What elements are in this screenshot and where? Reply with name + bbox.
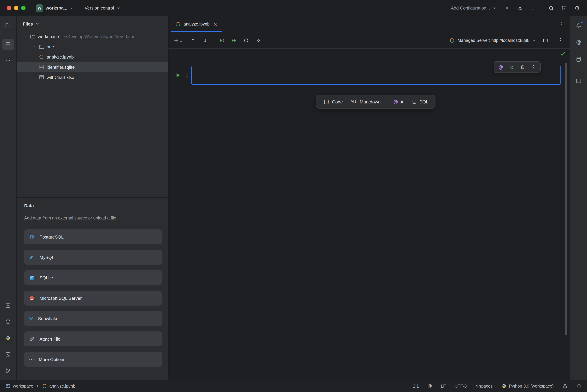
more-actions-button[interactable]: ⋮ <box>527 2 539 14</box>
bread​crumb-file[interactable]: analyze.ipynb <box>49 384 76 388</box>
tree-row-xlsx[interactable]: withChart.xlsx <box>17 72 168 82</box>
divider <box>387 99 387 105</box>
managed-server-selector[interactable]: Managed Server: http://localhost:8888 <box>449 38 536 43</box>
search-everywhere-button[interactable] <box>545 2 557 14</box>
debug-button[interactable] <box>514 2 526 14</box>
move-cell-up-button[interactable]: ↑ <box>188 35 199 46</box>
run-cell-button[interactable] <box>216 35 227 46</box>
breadcrumb-root[interactable]: workspace <box>13 384 33 388</box>
play-icon <box>504 6 509 10</box>
arrow-down-icon: ↓ <box>203 38 207 43</box>
add-markdown-cell-button[interactable]: M↓ Markdown <box>347 97 384 106</box>
inspections-widget[interactable] <box>576 384 581 388</box>
toolwindow-data-button[interactable] <box>2 39 14 50</box>
notebook-canvas: @ ⋮ 1 { } Code <box>169 49 570 380</box>
kebab-icon: ⋮ <box>531 64 536 70</box>
vcs-widget[interactable]: Version control <box>81 2 124 14</box>
move-cell-down-button[interactable]: ↓ <box>200 35 211 46</box>
toolwindow-jupyter-button[interactable] <box>2 316 14 327</box>
files-panel-title: Files <box>23 21 33 26</box>
button-label: MySQL <box>40 255 54 260</box>
tab-analyze-ipynb[interactable]: analyze.ipynb × <box>171 16 222 32</box>
add-snowflake-button[interactable]: ❄ Snowflake <box>24 311 162 326</box>
interpreter-label: Python 3.9 (workspace) <box>509 384 554 388</box>
statusbar: workspace analyze.ipynb 2:1 @ LF UTF-8 4… <box>0 380 587 392</box>
add-code-cell-button[interactable]: { } Code <box>320 97 346 106</box>
folder-icon <box>5 22 11 28</box>
toolwindow-services-button[interactable] <box>2 300 14 311</box>
files-panel-header[interactable]: Files <box>17 16 168 31</box>
plus-icon <box>174 38 179 43</box>
zoom-window-button[interactable] <box>21 6 26 10</box>
statusbar-widgets: 2:1 @ LF UTF-8 4 spaces Python 3.9 (work… <box>413 384 582 388</box>
run-all-cells-button[interactable] <box>228 35 239 46</box>
database-icon <box>39 64 44 70</box>
toolwindow-ai-assistant-button[interactable]: @ <box>573 36 584 48</box>
more-options-button[interactable]: ⋯ More Options <box>24 352 162 367</box>
toolwindow-files-button[interactable] <box>2 19 14 30</box>
close-tab-icon[interactable]: × <box>213 22 217 26</box>
run-cell-gutter-button[interactable] <box>175 72 181 78</box>
mysql-icon <box>29 254 35 260</box>
sqlite-icon <box>29 275 35 280</box>
terminal-icon <box>5 351 11 357</box>
tree-row-sqlite[interactable]: identifier.sqlite <box>17 62 168 72</box>
notebook-toolbar: ↑ ↓ Managed Server: http://localhost:888… <box>169 32 570 49</box>
tab-list-menu-button[interactable]: ⋮ <box>559 22 564 27</box>
project-selector[interactable]: W workspa... <box>32 2 77 14</box>
cell-line-number: 1 <box>181 73 188 78</box>
editor-scrollbar[interactable] <box>565 63 567 335</box>
edit-button[interactable] <box>558 2 570 14</box>
add-ai-cell-button[interactable]: @ AI <box>390 97 408 106</box>
editor-tabbar: analyze.ipynb × ⋮ <box>169 16 570 32</box>
clear-outputs-button[interactable] <box>253 35 264 46</box>
minimize-window-button[interactable] <box>14 6 19 10</box>
ai-status-icon[interactable]: @ <box>428 384 432 388</box>
tree-row-one[interactable]: one <box>17 42 168 52</box>
toolwindow-database-button[interactable] <box>573 54 584 65</box>
add-postgresql-button[interactable]: PostgreSQL <box>24 229 162 244</box>
settings-button[interactable]: ⚙ <box>571 2 583 14</box>
delete-cell-button[interactable] <box>518 62 527 72</box>
open-in-browser-button[interactable] <box>540 35 551 46</box>
kebab-icon: ⋮ <box>530 6 535 10</box>
add-sql-cell-button[interactable]: SQL <box>409 97 432 106</box>
warning-circle-icon <box>576 384 581 388</box>
braces-icon: { } <box>323 100 330 104</box>
left-strip-bottom-group <box>2 300 14 380</box>
restart-kernel-button[interactable] <box>241 35 252 46</box>
line-separator-widget[interactable]: LF <box>441 384 446 388</box>
cell-more-menu-button[interactable]: ⋮ <box>529 62 538 72</box>
run-button[interactable] <box>501 2 513 14</box>
toolwindow-structure-button[interactable] <box>573 75 584 86</box>
close-window-button[interactable] <box>7 6 11 10</box>
tree-row-workspace[interactable]: workspace ~/Develop/Work/intellij/out/de… <box>17 31 168 42</box>
tree-row-notebook[interactable]: analyze.ipynb <box>17 52 168 62</box>
encoding-widget[interactable]: UTF-8 <box>454 384 467 388</box>
notebook-more-menu-button[interactable]: ⋮ <box>555 35 566 46</box>
python-icon <box>5 335 11 341</box>
toolwindow-python-console-button[interactable] <box>2 332 14 344</box>
add-mysql-button[interactable]: MySQL <box>24 250 162 265</box>
run-all-icon <box>231 38 237 43</box>
cell-ai-actions-button[interactable]: @ <box>496 62 506 72</box>
indent-widget[interactable]: 4 spaces <box>475 384 492 388</box>
trash-icon <box>520 64 525 70</box>
folder-icon <box>30 34 36 39</box>
toolwindow-terminal-button[interactable] <box>2 348 14 360</box>
add-cell-button[interactable] <box>173 35 184 46</box>
python-interpreter-widget[interactable]: Python 3.9 (workspace) <box>501 384 554 388</box>
python-icon <box>501 384 506 388</box>
attach-file-button[interactable]: Attach File <box>24 332 162 346</box>
run-configurations-selector[interactable]: Add Configuration... <box>447 2 500 14</box>
button-label: Markdown <box>360 99 381 104</box>
debug-cell-button[interactable] <box>507 62 516 72</box>
caret-position-widget[interactable]: 2:1 <box>413 384 419 388</box>
ai-at-icon: @ <box>576 40 581 45</box>
toolwindow-git-button[interactable] <box>2 365 14 376</box>
add-mssql-button[interactable]: Microsoft SQL Server <box>24 290 162 306</box>
toolwindow-more-button[interactable]: ⋯ <box>2 54 14 66</box>
add-sqlite-button[interactable]: SQLite <box>24 270 162 285</box>
file-writable-widget[interactable] <box>562 384 567 388</box>
notifications-button[interactable] <box>573 20 584 31</box>
